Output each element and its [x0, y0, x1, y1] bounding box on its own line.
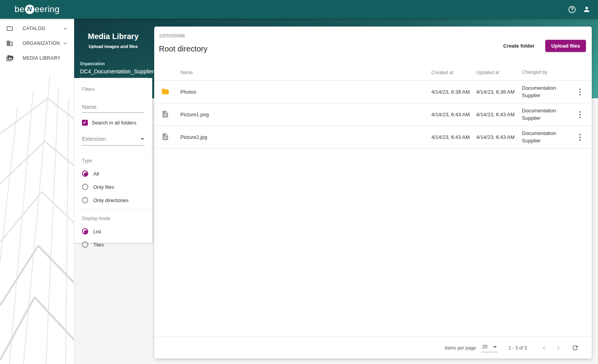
changed-by: Documentation Supplier: [522, 107, 568, 122]
module-title: Media Library: [74, 32, 152, 41]
paginator: Items per page 20 1 - 3 of 3: [154, 337, 592, 359]
building-watermark: [0, 75, 74, 364]
filters-heading: Filters: [82, 87, 144, 92]
help-icon[interactable]: [568, 5, 576, 14]
file-name: Photos: [173, 89, 431, 95]
files-table: Name Created at Updated at Changed by Ph…: [154, 64, 592, 149]
table-row[interactable]: Picture2.jpg 4/14/23, 6:43 AM 4/14/23, 6…: [154, 126, 592, 149]
logo-text-post: eering: [35, 4, 60, 14]
page-title: Root directory: [159, 44, 208, 53]
changed-by: Documentation Supplier: [522, 85, 568, 99]
sidebar-nav: CATALOG ORGANIZATION: [0, 19, 74, 66]
top-app-bar: beNeering: [0, 0, 598, 19]
chevron-down-icon: [63, 41, 68, 46]
directory-id: 1000008466: [159, 33, 185, 39]
organization-value: DC4_Documentation_Supplier: [80, 68, 147, 75]
items-per-page-label: Items per page: [445, 345, 476, 351]
updated-at: 4/14/23, 6:38 AM: [476, 89, 522, 95]
file-name: Picture1.png: [173, 112, 431, 117]
sidebar-item-label: ORGANIZATION: [23, 41, 63, 46]
extension-select-value: Extension: [82, 136, 106, 142]
section-divider: [74, 152, 152, 152]
user-icon[interactable]: [582, 5, 591, 14]
column-header-updated: Updated at: [476, 70, 522, 75]
updated-at: 4/14/23, 6:43 AM: [476, 134, 522, 140]
updated-at: 4/14/23, 6:43 AM: [476, 112, 522, 117]
next-page-icon[interactable]: [553, 343, 564, 353]
sidebar-item-organization[interactable]: ORGANIZATION: [0, 36, 74, 51]
section-divider: [74, 210, 152, 210]
prev-page-icon[interactable]: [539, 343, 550, 353]
topbar-actions: [568, 5, 598, 14]
sidebar-item-media-library[interactable]: MEDIA LIBRARY: [0, 51, 74, 66]
type-radio-only-directories[interactable]: Only directories: [82, 197, 144, 203]
dropdown-arrow-icon: [493, 346, 497, 348]
dropdown-arrow-icon: [141, 138, 144, 140]
media-library-icon: [6, 55, 13, 62]
display-radio-list[interactable]: List: [82, 228, 144, 234]
created-at: 4/14/23, 6:38 AM: [431, 89, 476, 95]
type-radio-only-files[interactable]: Only files: [82, 184, 144, 190]
upload-files-button[interactable]: Upload files: [545, 40, 586, 52]
search-all-folders-checkbox[interactable]: Search in all folders: [82, 120, 144, 126]
refresh-icon[interactable]: [569, 342, 581, 354]
items-per-page-value: 20: [482, 344, 487, 350]
file-row-icon: [161, 133, 169, 142]
radio-selected-icon: [82, 228, 88, 234]
items-per-page-select[interactable]: 20: [481, 343, 497, 352]
media-library-app: beNeering: [0, 0, 598, 364]
create-folder-button[interactable]: Create folder: [500, 41, 537, 51]
kebab-menu-icon[interactable]: [577, 131, 583, 143]
file-row-icon: [161, 110, 169, 119]
logo-text-pre: be: [14, 4, 24, 14]
table-row[interactable]: Picture1.png 4/14/23, 6:43 AM 4/14/23, 6…: [154, 103, 592, 126]
root-directory-card: 1000008466 Root directory Create folder …: [154, 27, 592, 359]
type-radio-all[interactable]: All: [82, 170, 144, 177]
sidebar-item-label: MEDIA LIBRARY: [23, 55, 68, 61]
organization-icon: [6, 40, 13, 47]
card-actions: Create folder Upload files: [500, 40, 586, 52]
chevron-down-icon: [63, 26, 68, 31]
extension-select[interactable]: Extension: [82, 136, 144, 146]
kebab-menu-icon[interactable]: [577, 109, 583, 121]
column-header-changed: Changed by: [522, 69, 568, 76]
logo-n-icon: N: [25, 5, 34, 14]
table-row[interactable]: Photos 4/14/23, 6:38 AM 4/14/23, 6:38 AM…: [154, 81, 592, 103]
name-filter-input[interactable]: [82, 102, 144, 113]
display-mode-heading: Display mode: [82, 216, 144, 221]
radio-icon: [82, 241, 88, 248]
radio-icon: [82, 197, 88, 203]
column-header-created: Created at: [431, 70, 476, 75]
brand-logo: beNeering: [0, 4, 74, 14]
type-heading: Type: [82, 158, 144, 163]
created-at: 4/14/23, 6:43 AM: [431, 112, 476, 117]
created-at: 4/14/23, 6:43 AM: [431, 134, 476, 140]
module-header: Media Library Upload images and files: [74, 32, 152, 49]
changed-by: Documentation Supplier: [522, 130, 568, 145]
module-subtitle: Upload images and files: [74, 44, 152, 49]
kebab-menu-icon[interactable]: [577, 86, 583, 98]
checkbox-label: Search in all folders: [92, 120, 136, 126]
checkbox-checked-icon: [82, 120, 88, 126]
display-radio-tiles[interactable]: Tiles: [82, 241, 144, 248]
filters-panel: Filters Search in all folders Extension …: [74, 78, 152, 243]
column-header-name: Name: [173, 70, 431, 75]
page-range-label: 1 - 3 of 3: [509, 345, 527, 351]
radio-icon: [82, 184, 88, 190]
file-name: Picture2.jpg: [173, 134, 431, 140]
table-header-row: Name Created at Updated at Changed by: [154, 64, 592, 81]
folder-row-icon: [161, 87, 169, 97]
radio-selected-icon: [82, 170, 88, 177]
sidebar: CATALOG ORGANIZATION: [0, 19, 74, 364]
organization-label: Organization: [80, 62, 147, 66]
folder-icon: [6, 25, 13, 32]
sidebar-item-catalog[interactable]: CATALOG: [0, 21, 74, 36]
sidebar-item-label: CATALOG: [23, 26, 63, 31]
